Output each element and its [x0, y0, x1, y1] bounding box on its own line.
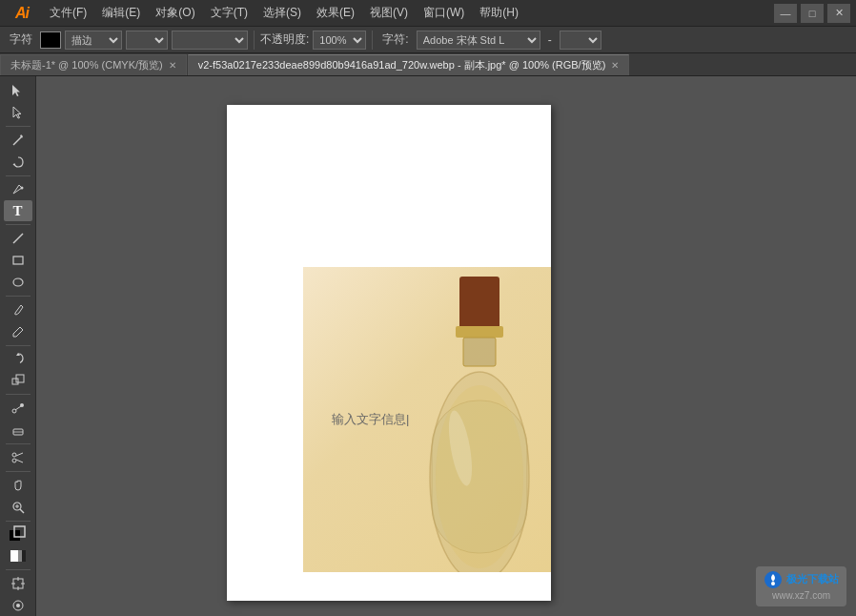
scale-tool[interactable] — [4, 370, 32, 391]
ellipse-tool[interactable] — [4, 272, 32, 293]
tool-separator-5 — [6, 345, 31, 346]
divider-1 — [254, 31, 255, 50]
svg-rect-26 — [10, 550, 18, 562]
font-size-select[interactable] — [560, 31, 601, 50]
svg-line-13 — [15, 406, 21, 410]
svg-rect-9 — [12, 379, 18, 384]
canvas-area[interactable]: 输入文字信息| — [36, 76, 856, 616]
stroke-style-select[interactable] — [172, 31, 248, 50]
canvas-surface: 输入文字信息| — [227, 105, 551, 601]
tool-separator-2 — [6, 175, 31, 176]
menu-file[interactable]: 文件(F) — [42, 3, 94, 23]
opacity-select[interactable]: 100% — [313, 31, 366, 50]
brush-tool[interactable] — [4, 299, 32, 320]
title-right: — □ ✕ — [774, 4, 850, 23]
watermark-site: 极光下载站 — [786, 572, 839, 586]
svg-marker-1 — [13, 107, 21, 118]
pen-tool[interactable] — [4, 178, 32, 199]
font-size-dash: - — [544, 33, 556, 47]
svg-rect-27 — [18, 550, 22, 562]
symbol-tool[interactable] — [4, 595, 32, 616]
svg-rect-36 — [459, 277, 499, 329]
ai-logo: Ai — [6, 0, 38, 27]
svg-point-17 — [12, 459, 16, 462]
tab-image-close[interactable]: ✕ — [611, 60, 619, 71]
svg-rect-37 — [456, 326, 503, 338]
menu-help[interactable]: 帮助(H) — [472, 3, 526, 23]
rect-tool[interactable] — [4, 250, 32, 271]
hand-tool[interactable] — [4, 475, 32, 496]
tool-separator-10 — [6, 569, 31, 570]
perfume-bottle — [418, 267, 541, 572]
magic-wand-tool[interactable] — [4, 130, 32, 151]
tool-separator-8 — [6, 471, 31, 472]
svg-point-16 — [12, 453, 16, 457]
scissors-tool[interactable] — [4, 447, 32, 468]
tab-untitled[interactable]: 未标题-1* @ 100% (CMYK/预览) ✕ — [0, 54, 187, 75]
tool-separator-4 — [6, 296, 31, 297]
tool-separator-1 — [6, 126, 31, 127]
main-area: T — [0, 76, 856, 616]
close-button[interactable]: ✕ — [827, 4, 850, 23]
tab-image[interactable]: v2-f53a0217e233deae899d80b9416a91ad_720w… — [188, 54, 630, 75]
color-box[interactable] — [40, 31, 61, 49]
image-content: 输入文字信息| — [303, 267, 551, 572]
direct-selection-tool[interactable] — [4, 102, 32, 123]
tool-separator-7 — [6, 443, 31, 444]
left-toolbar: T — [0, 76, 36, 616]
menu-select[interactable]: 选择(S) — [255, 3, 309, 23]
title-bar: Ai 文件(F) 编辑(E) 对象(O) 文字(T) 选择(S) 效果(E) 视… — [0, 0, 856, 27]
svg-line-18 — [16, 453, 23, 456]
menu-type[interactable]: 文字(T) — [203, 3, 255, 23]
menu-bar: 文件(F) 编辑(E) 对象(O) 文字(T) 选择(S) 效果(E) 视图(V… — [42, 3, 526, 23]
lasso-tool[interactable] — [4, 152, 32, 173]
menu-object[interactable]: 对象(O) — [148, 3, 202, 23]
tab-untitled-close[interactable]: ✕ — [169, 60, 176, 71]
toolbar: 字符 描边 不透明度: 100% 字符: Adobe 宋体 Std L - — [0, 27, 856, 53]
minimize-button[interactable]: — — [774, 4, 797, 23]
selection-tool[interactable] — [4, 80, 32, 101]
divider-2 — [372, 31, 373, 50]
tool-separator-6 — [6, 394, 31, 395]
pencil-tool[interactable] — [4, 321, 32, 342]
fill-stroke-icon[interactable] — [4, 524, 32, 544]
stroke-select[interactable]: 描边 — [65, 31, 122, 50]
svg-point-44 — [771, 582, 775, 585]
maximize-button[interactable]: □ — [801, 4, 824, 23]
type-tool[interactable]: T — [4, 200, 32, 221]
menu-view[interactable]: 视图(V) — [362, 3, 416, 23]
svg-point-41 — [436, 385, 523, 568]
tool-label: 字符 — [6, 31, 36, 48]
svg-line-19 — [16, 460, 23, 462]
svg-point-4 — [20, 187, 23, 190]
opacity-label: 不透明度: — [260, 31, 309, 48]
font-label: 字符: — [378, 31, 412, 48]
menu-edit[interactable]: 编辑(E) — [94, 3, 148, 23]
tab-untitled-label: 未标题-1* @ 100% (CMYK/预览) — [10, 58, 163, 72]
svg-line-21 — [20, 509, 24, 513]
eraser-tool[interactable] — [4, 420, 32, 441]
svg-line-5 — [13, 234, 23, 243]
type-icon: T — [12, 203, 22, 219]
artboard-tool[interactable] — [4, 573, 32, 594]
svg-point-35 — [16, 604, 20, 607]
svg-rect-6 — [13, 257, 23, 264]
blend-tool[interactable] — [4, 398, 32, 419]
font-select[interactable]: Adobe 宋体 Std L — [417, 31, 540, 50]
svg-marker-0 — [12, 85, 20, 96]
svg-rect-28 — [22, 550, 26, 562]
svg-rect-38 — [463, 338, 496, 366]
color-mode-icon[interactable] — [4, 545, 32, 566]
tool-separator-3 — [6, 224, 31, 225]
menu-effect[interactable]: 效果(E) — [309, 3, 362, 23]
svg-point-7 — [13, 278, 23, 286]
tab-image-label: v2-f53a0217e233deae899d80b9416a91ad_720w… — [198, 58, 606, 72]
line-tool[interactable] — [4, 228, 32, 249]
tool-separator-9 — [6, 521, 31, 522]
watermark-url: www.xz7.com — [764, 589, 839, 603]
svg-line-2 — [13, 137, 21, 145]
zoom-tool[interactable] — [4, 497, 32, 518]
rotate-tool[interactable] — [4, 349, 32, 370]
menu-window[interactable]: 窗口(W) — [416, 3, 472, 23]
stroke-size-select[interactable] — [126, 31, 168, 50]
